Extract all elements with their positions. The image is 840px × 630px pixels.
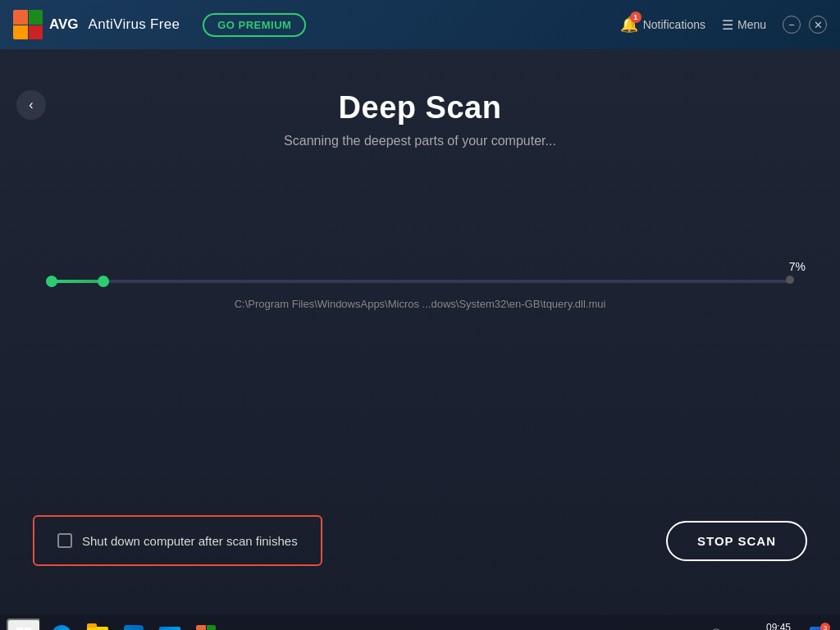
- taskbar-apps: e 🛍 ✉: [44, 619, 223, 630]
- taskbar-avg[interactable]: [189, 619, 223, 630]
- menu-button[interactable]: ☰ Menu: [722, 17, 766, 33]
- taskbar-explorer[interactable]: [80, 619, 115, 630]
- mail-icon: ✉: [159, 627, 180, 630]
- back-icon: ‹: [29, 98, 33, 112]
- progress-percent: 7%: [789, 260, 806, 273]
- bottom-controls: Shut down computer after scan finishes S…: [0, 515, 840, 566]
- logo-area: AVG AntiVirus Free GO PREMIUM: [13, 10, 306, 39]
- progress-track: 7%: [51, 280, 789, 283]
- store-icon: 🛍: [124, 625, 144, 630]
- edge-icon: e: [52, 625, 71, 630]
- taskbar-clock[interactable]: 09:45 30/03/2024: [735, 620, 797, 630]
- notifications-button[interactable]: 🔔 1 Notifications: [620, 16, 705, 34]
- taskbar-mail[interactable]: ✉: [153, 619, 187, 630]
- close-button[interactable]: ✕: [809, 16, 827, 34]
- taskbar: e 🛍 ✉ ^ 🖥 �: [0, 615, 840, 630]
- stop-scan-button[interactable]: STOP SCAN: [666, 521, 807, 561]
- taskbar-right: ^ 🖥 🔊 09:45 30/03/2024 💬 3: [674, 619, 833, 630]
- notif-tray-badge: 3: [820, 623, 830, 630]
- progress-area: 7% C:\Program Files\WindowsApps\Micros .…: [51, 280, 789, 310]
- scan-subtitle: Scanning the deepest parts of your compu…: [284, 134, 556, 148]
- premium-button[interactable]: GO PREMIUM: [203, 13, 306, 37]
- progress-fill: [51, 280, 103, 283]
- titlebar: AVG AntiVirus Free GO PREMIUM 🔔 1 Notifi…: [0, 0, 840, 49]
- avg-logo: [13, 10, 43, 39]
- taskbar-edge[interactable]: e: [44, 619, 79, 630]
- shutdown-label[interactable]: Shut down computer after scan finishes: [82, 534, 298, 548]
- scan-title: Deep Scan: [339, 90, 502, 126]
- app-name: AntiVirus Free: [89, 16, 180, 33]
- titlebar-right: 🔔 1 Notifications ☰ Menu − ✕: [620, 16, 827, 34]
- avg-taskbar-icon: [196, 625, 216, 630]
- taskbar-store[interactable]: 🛍: [116, 619, 151, 630]
- avg-text: AVG: [49, 16, 79, 33]
- notification-badge: 1: [630, 11, 641, 23]
- menu-label: Menu: [737, 18, 766, 31]
- minimize-button[interactable]: −: [783, 16, 801, 34]
- shutdown-checkbox[interactable]: [57, 533, 72, 548]
- clock-time: 09:45: [742, 620, 791, 630]
- menu-icon: ☰: [722, 17, 733, 33]
- notifications-label: Notifications: [643, 18, 705, 31]
- main-content: ‹ Deep Scan Scanning the deepest parts o…: [0, 49, 840, 615]
- shutdown-option-container[interactable]: Shut down computer after scan finishes: [33, 515, 322, 566]
- taskbar-notification-button[interactable]: 💬 3: [804, 619, 833, 630]
- progress-dot-finish: [786, 276, 794, 284]
- window-controls: − ✕: [783, 16, 827, 34]
- back-button[interactable]: ‹: [16, 90, 46, 120]
- scan-file-path: C:\Program Files\WindowsApps\Micros ...d…: [51, 298, 789, 310]
- start-button[interactable]: [7, 619, 41, 630]
- folder-icon: [87, 627, 108, 630]
- progress-dot-end: [98, 276, 109, 287]
